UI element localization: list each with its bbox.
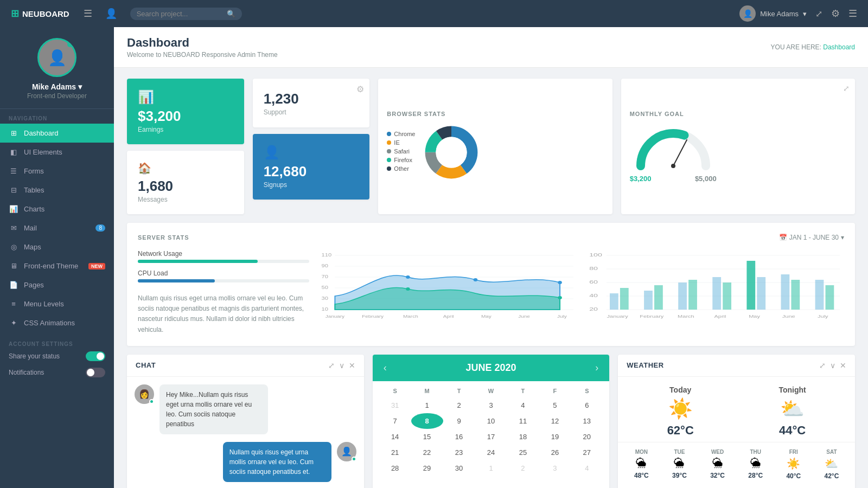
- calendar-days-grid: 31 1 2 3 4 5 6 7 8 9 10 11: [379, 397, 603, 476]
- weather-expand-icon[interactable]: ⤢: [819, 361, 826, 370]
- cal-day-26[interactable]: 26: [539, 445, 571, 460]
- cal-day-n1[interactable]: 1: [475, 460, 507, 476]
- gear-icon[interactable]: ⚙: [356, 84, 364, 94]
- signups-label: Signups: [264, 181, 287, 189]
- sidebar-item-menu-levels[interactable]: ≡ Menu Levels: [0, 294, 114, 313]
- sidebar-item-pages[interactable]: 📄 Pages: [0, 275, 114, 294]
- chat-close-icon[interactable]: ✕: [349, 361, 355, 370]
- expand-icon[interactable]: ⤢: [815, 9, 822, 19]
- cal-day-27[interactable]: 27: [571, 445, 603, 460]
- svg-text:January: January: [607, 314, 628, 319]
- cal-day-29[interactable]: 29: [411, 460, 443, 476]
- svg-point-24: [558, 296, 561, 299]
- account-section-label: ACCOUNT SETTINGS: [9, 341, 105, 351]
- cal-day-15[interactable]: 15: [411, 429, 443, 445]
- cal-day-2[interactable]: 2: [443, 397, 475, 413]
- cal-day-3[interactable]: 3: [475, 397, 507, 413]
- cal-day-8[interactable]: 8: [411, 413, 443, 429]
- cal-day-13[interactable]: 13: [571, 413, 603, 429]
- settings-icon-top[interactable]: ⚙: [831, 8, 840, 20]
- cal-prev-button[interactable]: ‹: [384, 362, 387, 374]
- sidebar-item-forms[interactable]: ☰ Forms: [0, 162, 114, 181]
- legend-firefox: Firefox: [387, 157, 415, 163]
- stat-row: 📊 $3,200 Earnings 🏠 1,680 Messages ⚙ 1,2…: [127, 79, 855, 214]
- weather-wed-icon: 🌦: [712, 457, 723, 470]
- user-icon-top[interactable]: 👤: [105, 8, 117, 20]
- cal-day-21[interactable]: 21: [379, 445, 411, 460]
- content-area: 📊 $3,200 Earnings 🏠 1,680 Messages ⚙ 1,2…: [114, 68, 868, 488]
- cal-day-9[interactable]: 9: [443, 413, 475, 429]
- cal-day-24[interactable]: 24: [475, 445, 507, 460]
- cal-day-18[interactable]: 18: [507, 429, 539, 445]
- chat-message-2: 👤 Nullam quis risus eget urna mollis orn…: [135, 442, 356, 482]
- sidebar-item-ui-elements[interactable]: ◧ UI Elements: [0, 143, 114, 162]
- cal-day-30[interactable]: 30: [443, 460, 475, 476]
- sidebar-user-name[interactable]: Mike Adams ▾: [32, 82, 82, 91]
- svg-text:March: March: [678, 314, 694, 319]
- chat-collapse-icon[interactable]: ∨: [339, 361, 344, 370]
- cal-day-16[interactable]: 16: [443, 429, 475, 445]
- svg-point-23: [406, 287, 410, 291]
- breadcrumb-prefix: YOU ARE HERE:: [771, 43, 821, 51]
- network-usage-fill: [138, 260, 258, 263]
- weather-close-icon[interactable]: ✕: [840, 361, 846, 370]
- sidebar-item-maps[interactable]: ◎ Maps: [0, 237, 114, 256]
- cal-day-11[interactable]: 11: [507, 413, 539, 429]
- cal-day-10[interactable]: 10: [475, 413, 507, 429]
- svg-text:March: March: [403, 314, 418, 319]
- user-avatar-wrap[interactable]: 👤 Mike Adams ▾: [739, 5, 807, 22]
- sidebar-label-ui-elements: UI Elements: [24, 148, 105, 156]
- cal-day-25[interactable]: 25: [507, 445, 539, 460]
- cal-day-22[interactable]: 22: [411, 445, 443, 460]
- sidebar-item-dashboard[interactable]: ⊞ Dashboard: [0, 124, 114, 143]
- chat-expand-icon[interactable]: ⤢: [328, 361, 335, 370]
- sidebar-item-frontend-theme[interactable]: 🖥 Front-end Theme NEW: [0, 256, 114, 275]
- cal-next-button[interactable]: ›: [595, 362, 598, 374]
- cal-day-n3[interactable]: 3: [539, 460, 571, 476]
- svg-text:40: 40: [589, 293, 598, 299]
- cal-day-12[interactable]: 12: [539, 413, 571, 429]
- support-card: ⚙ 1,230 Support: [253, 79, 370, 127]
- cal-day-1[interactable]: 1: [411, 397, 443, 413]
- sidebar-item-charts[interactable]: 📊 Charts: [0, 200, 114, 219]
- dropdown-arrow: ▾: [803, 10, 807, 18]
- cal-day-28[interactable]: 28: [379, 460, 411, 476]
- sidebar-item-tables[interactable]: ⊟ Tables: [0, 181, 114, 200]
- app-name: NEUBOARD: [22, 9, 69, 18]
- search-input[interactable]: [137, 10, 224, 18]
- cal-day-6[interactable]: 6: [571, 397, 603, 413]
- sidebar-item-css-animations[interactable]: ✦ CSS Animations: [0, 313, 114, 332]
- cal-day-7[interactable]: 7: [379, 413, 411, 429]
- cal-day-n2[interactable]: 2: [507, 460, 539, 476]
- cal-day-17[interactable]: 17: [475, 429, 507, 445]
- sidebar-item-mail[interactable]: ✉ Mail 8: [0, 219, 114, 237]
- weather-thu-icon: 🌦: [750, 457, 761, 470]
- sidebar-label-css-animations: CSS Animations: [24, 319, 105, 327]
- svg-rect-48: [712, 277, 721, 310]
- svg-text:July: July: [818, 314, 828, 319]
- weather-wed-temp: 32°C: [710, 472, 725, 479]
- cal-day-20[interactable]: 20: [571, 429, 603, 445]
- browser-stats-title: BROWSER STATS: [387, 111, 445, 117]
- menu-icon-top[interactable]: ☰: [848, 8, 857, 20]
- main-content: Dashboard Welcome to NEUBOARD Responsive…: [114, 27, 868, 488]
- hamburger-icon[interactable]: ☰: [84, 8, 92, 20]
- date-dropdown-icon[interactable]: ▾: [841, 234, 844, 241]
- share-status-toggle[interactable]: [86, 351, 105, 361]
- cal-day-5[interactable]: 5: [539, 397, 571, 413]
- cal-day-n4[interactable]: 4: [571, 460, 603, 476]
- earnings-col: 📊 $3,200 Earnings 🏠 1,680 Messages: [127, 79, 244, 214]
- cal-day-19[interactable]: 19: [539, 429, 571, 445]
- cal-day-14[interactable]: 14: [379, 429, 411, 445]
- cal-day-23[interactable]: 23: [443, 445, 475, 460]
- server-description: Nullam quis risus eget urna mollis ornar…: [138, 289, 309, 335]
- search-icon: 🔍: [227, 10, 235, 18]
- weather-collapse-icon[interactable]: ∨: [830, 361, 835, 370]
- cal-day-4[interactable]: 4: [507, 397, 539, 413]
- support-col: ⚙ 1,230 Support 👤 12,680 Signups: [253, 79, 370, 214]
- notifications-toggle[interactable]: [86, 368, 105, 377]
- notifications-row: Notifications: [9, 368, 105, 377]
- me-avatar-dot: [352, 457, 356, 461]
- expand-monthly-icon[interactable]: ⤢: [843, 84, 850, 93]
- cal-day-31[interactable]: 31: [379, 397, 411, 413]
